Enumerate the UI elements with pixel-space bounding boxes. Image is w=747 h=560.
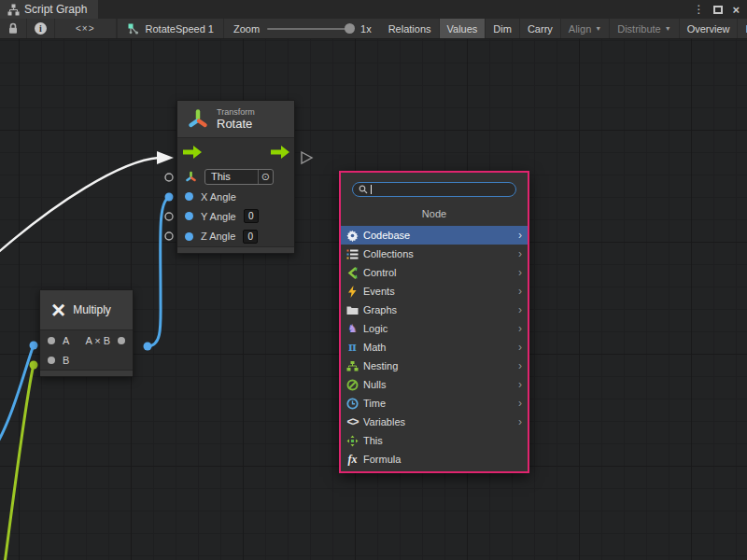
flow-out-icon[interactable] [281,146,289,159]
align-button[interactable]: Align ▼ [561,19,610,38]
titlebar: Script Graph ⋮ × [0,0,747,19]
x-angle-row: X Angle [177,187,294,206]
close-icon[interactable]: × [732,3,740,17]
chevron-right-icon: › [518,322,522,335]
flow-output-socket[interactable] [302,152,312,163]
z-angle-input[interactable]: 0 [243,230,258,244]
y-angle-port-icon[interactable] [185,212,193,220]
relations-label: Relations [388,23,431,35]
distribute-button[interactable]: Distribute ▼ [610,19,679,38]
y-angle-input[interactable]: 0 [244,209,259,223]
lock-button[interactable] [0,19,27,38]
menu-item-codebase[interactable]: Codebase › [341,226,528,245]
wire-flow-in [0,158,159,256]
toolbar-right-group: Relations Values Dim Carry Align ▼ Distr… [381,19,747,38]
menu-item-graphs[interactable]: Graphs › [341,301,528,319]
info-button[interactable]: i [27,19,55,38]
multiply-output-port-connected[interactable] [144,343,152,351]
zoom-slider[interactable] [267,28,353,30]
chevron-right-icon: › [518,229,522,242]
node-transform-rotate[interactable]: Transform Rotate This [176,100,295,254]
output-port-icon[interactable] [118,337,125,344]
menu-item-label: Control [363,267,396,278]
menu-item-label: Math [363,342,386,353]
menu-item-nesting[interactable]: Nesting › [341,357,528,375]
menu-item-math[interactable]: π Math › [341,338,528,357]
z-angle-port-icon[interactable] [185,232,193,241]
z-angle-port-socket[interactable] [165,232,173,240]
chevron-down-icon: ▼ [665,25,671,32]
search-icon [359,185,368,194]
menu-item-collections[interactable]: Collections › [341,245,528,263]
align-label: Align [569,23,591,35]
a-port-connected[interactable] [30,342,38,350]
maximize-icon[interactable] [713,6,723,14]
script-graph-icon [7,4,20,16]
search-input[interactable] [352,182,516,197]
fullscreen-button[interactable]: Full Screen [738,19,747,38]
this-field-value: This [211,171,231,182]
multiply-node-header: × Multiply [40,290,133,330]
chevron-right-icon: › [518,285,522,298]
values-button[interactable]: Values [440,19,486,38]
menu-item-this[interactable]: This [341,431,528,450]
dim-button[interactable]: Dim [486,19,520,38]
this-port-socket[interactable] [165,174,173,181]
graph-icon [127,22,140,35]
object-picker-icon[interactable]: ⊙ [258,170,273,184]
graph-breadcrumb[interactable]: RotateSpeed 1 [117,19,224,38]
graph-canvas[interactable]: Transform Rotate This [0,39,747,560]
b-port-connected[interactable] [30,361,38,370]
y-angle-port-socket[interactable] [165,213,173,220]
menu-item-label: Events [363,286,395,297]
menu-item-events[interactable]: Events › [341,282,528,301]
x-angle-port-connected[interactable] [165,193,174,202]
flow-in-icon[interactable] [193,146,202,159]
chevron-right-icon: › [518,359,522,372]
rotate-node-footer [177,246,294,253]
node-title: Multiply [73,303,111,316]
menu-item-nulls[interactable]: Nulls › [341,375,528,394]
y-angle-row: Y Angle 0 [177,206,294,226]
zoom-control: Zoom 1x [224,19,381,38]
menu-item-label: Nulls [363,379,386,390]
menu-item-formula[interactable]: fx Formula [341,450,528,469]
node-multiply[interactable]: × Multiply A A × B B [39,289,134,377]
wire-to-a [0,345,34,448]
a-port-label: A [63,335,69,346]
menu-item-variables[interactable]: <> Variables › [341,413,528,431]
zoom-slider-handle[interactable] [345,23,355,34]
menu-item-time[interactable]: Time › [341,394,528,413]
menu-item-label: Time [363,398,386,409]
relations-button[interactable]: Relations [381,19,440,38]
this-object-field[interactable]: This ⊙ [204,169,274,185]
chevron-right-icon: › [518,247,522,260]
x-angle-port-icon[interactable] [185,192,193,201]
menu-item-label: Graphs [363,304,397,315]
menu-item-logic[interactable]: ♞ Logic › [341,319,528,338]
fuzzy-finder: Node Codebase › [339,171,529,473]
dim-label: Dim [493,23,512,35]
this-port-row: This ⊙ [177,166,294,187]
more-icon[interactable]: ⋮ [693,3,704,16]
a-and-output-row: A A × B [40,330,133,350]
formula-icon: fx [345,453,359,467]
b-row: B [40,350,133,370]
a-port-icon[interactable] [48,337,55,344]
transform-icon [187,108,209,131]
lightning-icon [345,285,359,299]
chevron-right-icon: › [518,378,522,391]
window-controls: ⋮ × [693,0,747,19]
multiply-node-footer [40,370,133,376]
carry-button[interactable]: Carry [520,19,561,38]
menu-item-control[interactable]: Control › [341,263,528,282]
tab-script-graph[interactable]: Script Graph [0,0,98,19]
distribute-label: Distribute [617,23,660,35]
menu-item-label: Codebase [363,230,410,241]
chevron-right-icon: › [518,266,522,279]
overview-label: Overview [687,23,730,35]
folder-icon [345,303,359,317]
overview-button[interactable]: Overview [680,19,739,38]
b-port-icon[interactable] [48,357,55,364]
code-preview-button[interactable]: <×> [55,19,117,38]
